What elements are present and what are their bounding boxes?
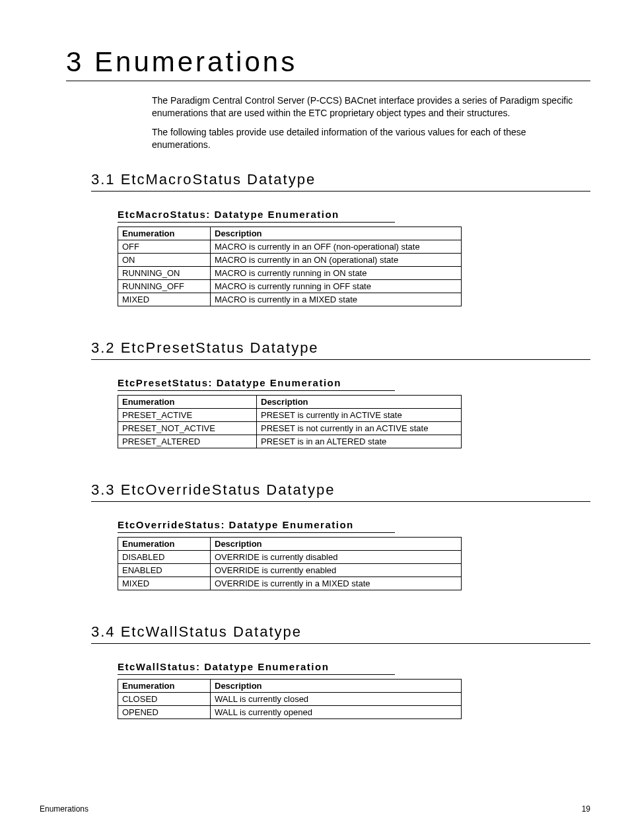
table-override: Enumeration Description DISABLEDOVERRIDE… [118,537,462,590]
cell-desc: MACRO is currently in a MIXED state [211,293,462,306]
section-title-override: 3.3 EtcOverrideStatus Datatype [91,481,590,502]
col-enum: Enumeration [118,227,211,240]
table-row: DISABLEDOVERRIDE is currently disabled [118,550,462,563]
cell-enum: OPENED [118,705,211,718]
cell-enum: ENABLED [118,563,211,577]
cell-enum: MIXED [118,293,211,306]
table-preset: Enumeration Description PRESET_ACTIVEPRE… [118,395,462,448]
col-desc: Description [211,227,462,240]
cell-desc: PRESET is in an ALTERED state [257,435,462,448]
section-title-macro: 3.1 EtcMacroStatus Datatype [91,171,590,192]
cell-enum: PRESET_NOT_ACTIVE [118,421,257,435]
footer-section-name: Enumerations [40,804,88,814]
cell-enum: PRESET_ALTERED [118,435,257,448]
cell-enum: MIXED [118,577,211,590]
col-desc: Description [257,395,462,408]
table-row: MIXEDOVERRIDE is currently in a MIXED st… [118,577,462,590]
intro-paragraph: The following tables provide use detaile… [152,126,577,151]
table-row: MIXEDMACRO is currently in a MIXED state [118,293,462,306]
table-caption-preset: EtcPresetStatus: Datatype Enumeration [118,377,395,391]
cell-desc: PRESET is not currently in an ACTIVE sta… [257,421,462,435]
cell-enum: DISABLED [118,550,211,563]
table-caption-wall: EtcWallStatus: Datatype Enumeration [118,661,395,675]
col-desc: Description [211,537,462,550]
cell-enum: PRESET_ACTIVE [118,408,257,421]
table-row: OFFMACRO is currently in an OFF (non-ope… [118,240,462,253]
cell-enum: CLOSED [118,692,211,705]
table-caption-override: EtcOverrideStatus: Datatype Enumeration [118,519,395,533]
table-header-row: Enumeration Description [118,679,462,692]
cell-desc: OVERRIDE is currently disabled [211,550,462,563]
cell-desc: WALL is currently closed [211,692,462,705]
cell-desc: OVERRIDE is currently in a MIXED state [211,577,462,590]
cell-desc: MACRO is currently in an OFF (non-operat… [211,240,462,253]
cell-enum: ON [118,253,211,266]
col-enum: Enumeration [118,395,257,408]
table-header-row: Enumeration Description [118,227,462,240]
cell-desc: MACRO is currently in an ON (operational… [211,253,462,266]
intro-paragraph: The Paradigm Central Control Server (P-C… [152,94,577,120]
cell-desc: PRESET is currently in ACTIVE state [257,408,462,421]
table-macro: Enumeration Description OFFMACRO is curr… [118,227,462,306]
footer-page-number: 19 [582,804,590,814]
col-enum: Enumeration [118,679,211,692]
table-row: ONMACRO is currently in an ON (operation… [118,253,462,266]
page-footer: Enumerations 19 [40,804,590,814]
table-row: CLOSEDWALL is currently closed [118,692,462,705]
table-row: PRESET_NOT_ACTIVEPRESET is not currently… [118,421,462,435]
cell-desc: MACRO is currently running in OFF state [211,279,462,293]
col-enum: Enumeration [118,537,211,550]
table-wall: Enumeration Description CLOSEDWALL is cu… [118,679,462,719]
intro-block: The Paradigm Central Control Server (P-C… [152,94,577,151]
cell-desc: OVERRIDE is currently enabled [211,563,462,577]
table-row: OPENEDWALL is currently opened [118,705,462,718]
table-row: PRESET_ALTEREDPRESET is in an ALTERED st… [118,435,462,448]
section-title-wall: 3.4 EtcWallStatus Datatype [91,623,590,644]
cell-enum: OFF [118,240,211,253]
table-header-row: Enumeration Description [118,395,462,408]
cell-enum: RUNNING_OFF [118,279,211,293]
cell-desc: WALL is currently opened [211,705,462,718]
table-row: RUNNING_ONMACRO is currently running in … [118,266,462,279]
table-caption-macro: EtcMacroStatus: Datatype Enumeration [118,209,395,223]
col-desc: Description [211,679,462,692]
table-header-row: Enumeration Description [118,537,462,550]
cell-enum: RUNNING_ON [118,266,211,279]
table-row: ENABLEDOVERRIDE is currently enabled [118,563,462,577]
table-row: PRESET_ACTIVEPRESET is currently in ACTI… [118,408,462,421]
section-title-preset: 3.2 EtcPresetStatus Datatype [91,339,590,360]
table-row: RUNNING_OFFMACRO is currently running in… [118,279,462,293]
cell-desc: MACRO is currently running in ON state [211,266,462,279]
chapter-title: 3 Enumerations [66,46,590,81]
